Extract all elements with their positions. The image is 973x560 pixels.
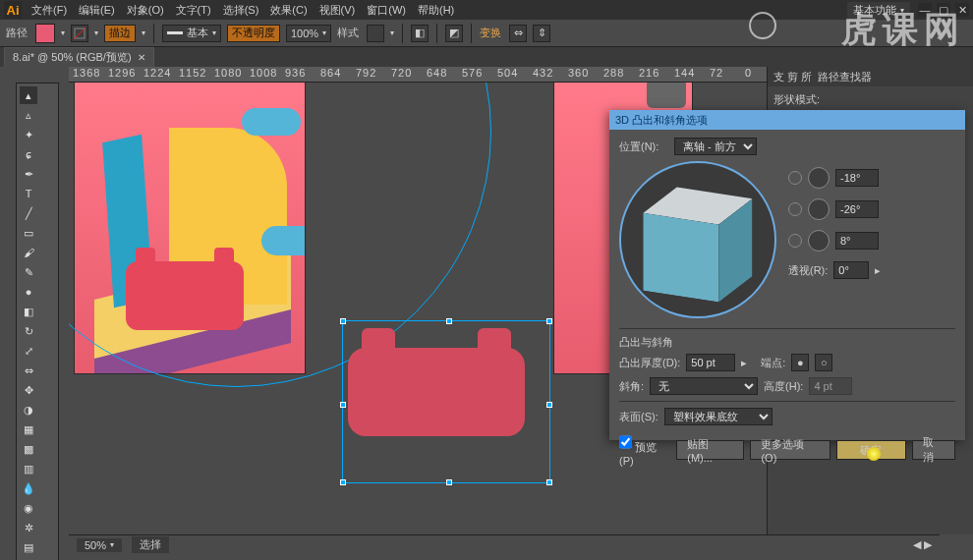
dialog-title-bar[interactable]: 3D 凸出和斜角选项 <box>609 110 965 130</box>
tab-pathfinder[interactable]: 路径查找器 <box>818 70 872 84</box>
menu-object[interactable]: 对象(O) <box>123 1 168 20</box>
selection-handles[interactable] <box>342 320 550 483</box>
menu-window[interactable]: 窗口(W) <box>363 1 410 20</box>
maximize-button[interactable]: ▢ <box>937 3 950 17</box>
stroke-label[interactable]: 描边 <box>104 25 136 42</box>
menu-type[interactable]: 文字(T) <box>172 1 215 20</box>
transform-icon-2[interactable]: ⇕ <box>533 25 550 42</box>
eraser-tool[interactable]: ◧ <box>20 303 37 320</box>
gradient-tool[interactable]: ▥ <box>20 460 37 477</box>
shape-modes-label: 形状模式: <box>768 86 973 113</box>
pen-tool[interactable]: ✒ <box>20 165 37 183</box>
selection-type-label: 路径 <box>6 26 28 40</box>
magic-wand-tool[interactable]: ✦ <box>20 126 37 143</box>
selection-tool[interactable]: ▴ <box>20 86 37 104</box>
watermark-icon <box>749 12 776 39</box>
menu-view[interactable]: 视图(V) <box>315 1 360 20</box>
document-tab[interactable]: 8.ai* @ 50% (RGB/预览) ✕ <box>4 47 154 67</box>
perspective-label: 透视(R): <box>788 263 828 278</box>
menu-edit[interactable]: 编辑(E) <box>75 1 119 20</box>
surface-label: 表面(S): <box>619 410 658 424</box>
depth-input[interactable] <box>686 354 735 371</box>
perspective-tool[interactable]: ▦ <box>20 420 37 438</box>
pencil-tool[interactable]: ✎ <box>20 263 37 281</box>
menu-bar: Ai 文件(F) 编辑(E) 对象(O) 文字(T) 选择(S) 效果(C) 视… <box>0 0 973 20</box>
workspace-switcher[interactable]: 基本功能▾ <box>847 2 910 19</box>
pathfinder-panel-tabs: 支 剪 所 路径查找器 <box>768 67 973 86</box>
cancel-button[interactable]: 取消 <box>912 440 955 460</box>
toolbox: ▴ ▵ ✦ ɕ ✒ T ╱ ▭ 🖌 ✎ ● ◧ ↻ ⤢ ⇔ ✥ ◑ ▦ ▩ ▥ … <box>16 83 59 560</box>
mesh-tool[interactable]: ▩ <box>20 440 37 458</box>
zoom-level[interactable]: 50%▾ <box>77 538 122 552</box>
symbol-sprayer-tool[interactable]: ✲ <box>20 519 37 536</box>
axis-x-icon <box>788 171 802 185</box>
ok-button[interactable]: 确定 <box>836 440 907 460</box>
selected-3d-object[interactable] <box>348 348 544 476</box>
current-tool-status[interactable]: 选择 <box>132 536 169 553</box>
axis-z-icon <box>788 234 802 248</box>
height-label: 高度(H): <box>764 379 803 394</box>
transform-icon-1[interactable]: ⇔ <box>509 25 527 42</box>
options-bar: 路径 ▾ ▾ 描边 ▾ 基本▾ 不透明度 100%▾ 样式 ▾ ◧ ◩ 变换 ⇔… <box>0 20 973 47</box>
extrude-section-title: 凸出与斜角 <box>619 335 955 350</box>
fill-swatch[interactable] <box>35 24 55 43</box>
blob-brush-tool[interactable]: ● <box>20 283 37 301</box>
graph-tool[interactable]: ▤ <box>20 538 37 556</box>
line-tool[interactable]: ╱ <box>20 204 37 222</box>
shape-builder-tool[interactable]: ◑ <box>20 401 37 419</box>
more-options-button[interactable]: 更多选项(O) <box>750 440 830 460</box>
angle-y-input[interactable] <box>835 200 879 218</box>
lasso-tool[interactable]: ɕ <box>20 145 37 163</box>
stroke-profile-dropdown[interactable]: 基本▾ <box>162 25 221 42</box>
close-button[interactable]: ✕ <box>955 3 969 17</box>
position-dropdown[interactable]: 离轴 - 前方 <box>674 138 757 155</box>
paintbrush-tool[interactable]: 🖌 <box>20 244 37 261</box>
angle-z-knob[interactable] <box>808 230 830 252</box>
tab-close-icon[interactable]: ✕ <box>138 52 145 63</box>
perspective-input[interactable] <box>833 261 869 279</box>
horizontal-ruler: 1368129612241152108010089368647927206485… <box>69 67 767 83</box>
opacity-field[interactable]: 100%▾ <box>286 25 331 42</box>
style-dropdown[interactable] <box>367 25 384 42</box>
shape-icon[interactable]: ◩ <box>445 25 463 42</box>
menu-file[interactable]: 文件(F) <box>28 1 71 20</box>
map-art-button[interactable]: 贴图(M)... <box>676 440 744 460</box>
rotate-tool[interactable]: ↻ <box>20 322 37 340</box>
rectangle-tool[interactable]: ▭ <box>20 224 37 242</box>
transform-label[interactable]: 变换 <box>480 26 501 40</box>
eyedropper-tool[interactable]: 💧 <box>20 479 37 497</box>
scale-tool[interactable]: ⤢ <box>20 342 37 360</box>
style-label: 样式 <box>337 26 359 40</box>
angle-x-input[interactable] <box>835 169 879 187</box>
angle-z-input[interactable] <box>835 232 879 250</box>
depth-label: 凸出厚度(D): <box>619 356 680 370</box>
align-icon[interactable]: ◧ <box>411 25 429 42</box>
svg-line-1 <box>74 28 86 39</box>
3d-extrude-bevel-dialog: 3D 凸出和斜角选项 位置(N): 离轴 - 前方 透视(R):▸ 凸出与斜角 … <box>609 110 965 440</box>
cap-off-icon[interactable]: ○ <box>815 354 832 371</box>
surface-dropdown[interactable]: 塑料效果底纹 <box>664 408 773 425</box>
app-logo: Ai <box>4 1 22 19</box>
type-tool[interactable]: T <box>20 185 37 202</box>
opacity-label[interactable]: 不透明度 <box>227 25 280 42</box>
blend-tool[interactable]: ◉ <box>20 499 37 517</box>
cap-on-icon[interactable]: ● <box>791 354 809 371</box>
menu-effect[interactable]: 效果(C) <box>266 1 311 20</box>
minimize-button[interactable]: — <box>918 3 932 17</box>
rotation-cube-widget[interactable] <box>619 161 776 318</box>
width-tool[interactable]: ⇔ <box>20 362 37 379</box>
preview-checkbox[interactable]: 预览(P) <box>619 433 670 467</box>
direct-selection-tool[interactable]: ▵ <box>20 106 37 124</box>
position-label: 位置(N): <box>619 140 668 154</box>
menu-select[interactable]: 选择(S) <box>219 1 263 20</box>
tab-align[interactable]: 支 剪 所 <box>773 70 812 84</box>
angle-x-knob[interactable] <box>808 167 830 189</box>
angle-y-knob[interactable] <box>808 198 830 220</box>
bevel-dropdown[interactable]: 无 <box>650 377 758 395</box>
axis-y-icon <box>788 202 802 216</box>
stroke-swatch[interactable] <box>71 25 88 42</box>
free-transform-tool[interactable]: ✥ <box>20 381 37 399</box>
menu-help[interactable]: 帮助(H) <box>414 1 458 20</box>
mouse-cursor-icon <box>867 447 881 461</box>
height-input[interactable] <box>809 377 852 395</box>
